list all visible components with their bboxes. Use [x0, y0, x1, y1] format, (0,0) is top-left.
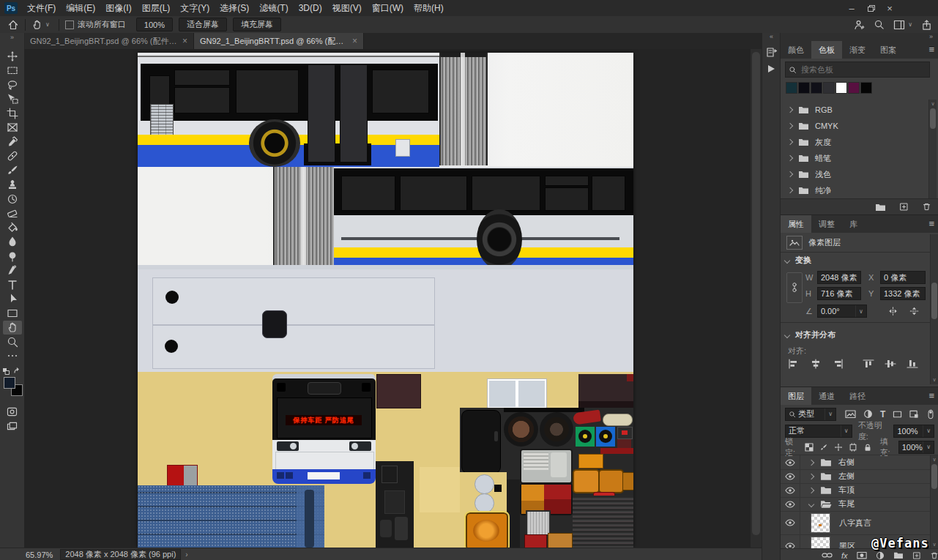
spot-healing-tool[interactable]: [3, 149, 22, 164]
new-swatch-icon[interactable]: [899, 202, 909, 212]
fit-screen-button[interactable]: 适合屏幕: [179, 18, 227, 31]
foreground-color-swatch[interactable]: [4, 377, 15, 389]
tab-properties[interactable]: 属性: [781, 215, 811, 233]
layer-effects-icon[interactable]: fx: [841, 551, 848, 560]
chevron-right-icon[interactable]: [808, 487, 814, 493]
brush-tool[interactable]: [3, 163, 22, 178]
transform-section-header[interactable]: 变换: [785, 255, 811, 266]
clone-stamp-tool[interactable]: [3, 178, 22, 193]
swatch-group-pure[interactable]: 纯净: [781, 182, 931, 198]
delete-layer-icon[interactable]: [930, 551, 938, 560]
canvas-vscrollbar-thumb[interactable]: [752, 52, 760, 535]
link-layers-icon[interactable]: [822, 551, 833, 559]
menu-filter[interactable]: 滤镜(T): [254, 0, 293, 16]
zoom-level[interactable]: 65.97%: [26, 550, 53, 559]
layer-bazi-text[interactable]: 八字真言: [781, 511, 931, 535]
eyedropper-tool[interactable]: [3, 135, 22, 149]
lock-all-icon[interactable]: [863, 443, 872, 452]
type-tool[interactable]: [3, 277, 22, 292]
canvas-area[interactable]: 保持车距 严防追尾: [24, 49, 762, 548]
filter-adjustment-layers-icon[interactable]: [863, 409, 873, 419]
canvas-vscrollbar[interactable]: [750, 49, 762, 548]
screen-mode-icon[interactable]: [2, 419, 21, 434]
zoom-100-button[interactable]: 100%: [136, 18, 173, 31]
tab-patterns[interactable]: 图案: [873, 41, 904, 59]
actions-panel-icon[interactable]: [766, 64, 778, 74]
home-icon[interactable]: [7, 19, 19, 31]
restore-button[interactable]: [861, 0, 880, 16]
visibility-toggle[interactable]: [781, 511, 800, 534]
collapse-dock-icon[interactable]: »: [781, 33, 938, 41]
scroll-down-icon[interactable]: ∨: [931, 377, 938, 383]
tab-layers[interactable]: 图层: [781, 387, 811, 405]
layers-scrollbar-thumb[interactable]: [931, 464, 937, 489]
swatch-color[interactable]: [860, 82, 872, 94]
document-info[interactable]: 2048 像素 x 2048 像素 (96 ppi): [60, 549, 181, 560]
menu-window[interactable]: 窗口(W): [367, 0, 409, 16]
layers-scrollbar[interactable]: ∨ ∨: [930, 455, 938, 549]
menu-select[interactable]: 选择(S): [215, 0, 254, 16]
tab-gradients[interactable]: 渐变: [842, 41, 873, 59]
tab-close-icon[interactable]: ×: [352, 36, 357, 46]
panel-menu-icon[interactable]: ≡: [928, 390, 934, 401]
lock-position-icon[interactable]: [834, 443, 843, 452]
account-icon[interactable]: [853, 19, 865, 31]
swatch-group-crayon[interactable]: 蜡笔: [781, 150, 931, 166]
default-colors-icon[interactable]: [3, 368, 10, 375]
layer-group-left-side[interactable]: 左侧: [781, 469, 931, 484]
workspace-icon[interactable]: [893, 20, 905, 30]
new-group-icon[interactable]: [875, 203, 886, 212]
layer-group-roof[interactable]: 车顶: [781, 483, 931, 498]
minimize-button[interactable]: –: [842, 0, 861, 16]
marquee-tool[interactable]: [3, 64, 22, 78]
menu-layer[interactable]: 图层(L): [137, 0, 176, 16]
tab-color[interactable]: 颜色: [781, 41, 811, 59]
add-mask-icon[interactable]: [857, 551, 867, 559]
edit-toolbar-icon[interactable]: [3, 349, 22, 364]
move-tool[interactable]: [3, 49, 22, 64]
rotation-field[interactable]: 0.00° ∨: [817, 305, 867, 318]
scroll-up-icon[interactable]: ∨: [929, 101, 937, 107]
chevron-right-icon[interactable]: [787, 107, 793, 113]
tab-channels[interactable]: 通道: [811, 387, 842, 405]
search-icon[interactable]: [874, 19, 885, 30]
layer-group-right-side[interactable]: 右侧: [781, 455, 931, 470]
tab-close-icon[interactable]: ×: [182, 36, 187, 46]
share-icon[interactable]: [921, 19, 932, 31]
chevron-right-icon[interactable]: [787, 155, 793, 161]
opacity-dropdown[interactable]: 100% ∨: [893, 425, 934, 438]
filter-type-dropdown[interactable]: 类型 ∨: [785, 408, 836, 421]
scroll-up-icon[interactable]: ∨: [931, 457, 938, 463]
menu-image[interactable]: 图像(I): [100, 0, 136, 16]
hand-tool-preset-icon[interactable]: [31, 19, 42, 30]
chevron-down-icon[interactable]: [808, 501, 814, 507]
tab-swatches[interactable]: 色板: [811, 41, 842, 59]
delete-icon[interactable]: [922, 202, 931, 212]
preset-chevron-icon[interactable]: ∨: [45, 21, 50, 28]
frame-tool[interactable]: [3, 121, 22, 135]
chevron-right-icon[interactable]: [787, 123, 793, 129]
properties-scrollbar[interactable]: ∨: [930, 234, 938, 384]
menu-file[interactable]: 文件(F): [22, 0, 61, 16]
swatch-color[interactable]: [786, 82, 797, 94]
tab-adjustments[interactable]: 调整: [811, 215, 842, 233]
swatch-search[interactable]: [785, 61, 930, 78]
layer-thumbnail[interactable]: [811, 513, 830, 533]
hand-tool[interactable]: [3, 321, 22, 335]
flip-horizontal-icon[interactable]: [887, 306, 898, 316]
flip-vertical-icon[interactable]: [909, 306, 920, 316]
history-panel-icon[interactable]: [766, 47, 778, 58]
chevron-right-icon[interactable]: [787, 139, 793, 145]
workspace-chevron-icon[interactable]: ∨: [908, 21, 912, 28]
visibility-toggle[interactable]: [781, 497, 800, 511]
document-tab-1[interactable]: GN92_1_BeijingBRT.psd @ 66% (配件, RGB/8) …: [24, 33, 194, 49]
x-field[interactable]: 0 像素: [880, 271, 926, 284]
align-left-icon[interactable]: [788, 359, 800, 369]
tab-libraries[interactable]: 库: [842, 215, 865, 233]
swatch-group-rgb[interactable]: RGB: [781, 102, 931, 118]
document-tab-2[interactable]: GN92_1_BeijingBRTT.psd @ 66% (配件, RGB/8)…: [194, 33, 364, 49]
align-right-icon[interactable]: [832, 359, 844, 369]
scroll-down-icon[interactable]: ∨: [931, 542, 938, 548]
foreground-background-colors[interactable]: [4, 377, 21, 399]
panel-menu-icon[interactable]: ≡: [928, 44, 934, 55]
